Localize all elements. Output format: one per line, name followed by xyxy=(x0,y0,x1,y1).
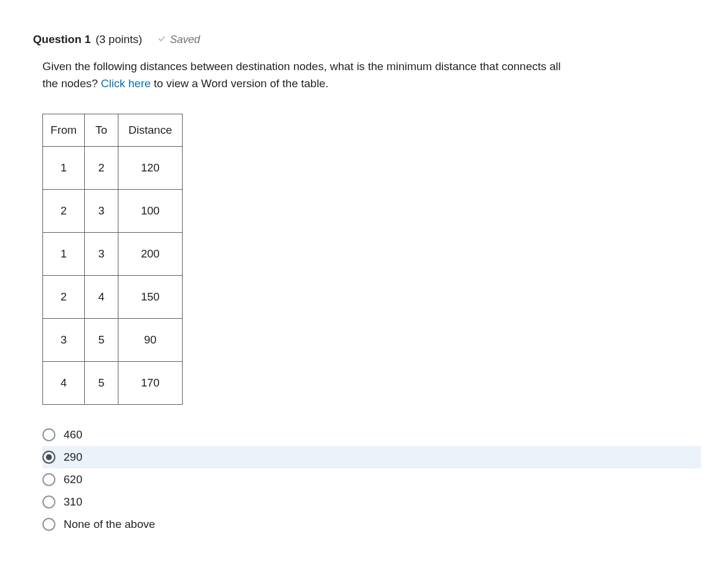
option-label: 310 xyxy=(64,495,82,508)
radio-button[interactable] xyxy=(42,495,55,508)
table-cell: 3 xyxy=(43,318,85,361)
view-word-link[interactable]: Click here xyxy=(101,77,150,90)
answer-option[interactable]: 460 xyxy=(42,424,689,446)
answer-option[interactable]: 310 xyxy=(42,491,689,513)
table-cell: 2 xyxy=(85,146,118,189)
table-cell: 90 xyxy=(118,318,183,361)
check-icon xyxy=(157,33,166,46)
table-cell: 5 xyxy=(85,361,118,404)
table-row: 45170 xyxy=(43,361,183,404)
table-cell: 3 xyxy=(85,189,118,232)
distance-table: From To Distance 12120231001320024150359… xyxy=(42,114,183,405)
table-row: 13200 xyxy=(43,232,183,275)
answer-option[interactable]: 620 xyxy=(42,468,689,491)
table-cell: 170 xyxy=(118,361,183,404)
table-row: 3590 xyxy=(43,318,183,361)
saved-indicator: Saved xyxy=(157,33,200,46)
table-cell: 1 xyxy=(43,146,85,189)
table-cell: 2 xyxy=(43,275,85,318)
table-cell: 1 xyxy=(43,232,85,275)
saved-label: Saved xyxy=(170,34,200,46)
question-points: (3 points) xyxy=(95,33,142,46)
option-label: 460 xyxy=(64,428,82,441)
answer-option[interactable]: None of the above xyxy=(42,513,689,536)
option-label: 620 xyxy=(64,473,82,486)
radio-button[interactable] xyxy=(42,518,55,531)
answer-option[interactable]: 290 xyxy=(42,446,701,468)
table-cell: 3 xyxy=(85,232,118,275)
table-cell: 4 xyxy=(43,361,85,404)
table-cell: 150 xyxy=(118,275,183,318)
table-cell: 100 xyxy=(118,189,183,232)
answer-options: 460290620310None of the above xyxy=(42,424,689,536)
col-header-from: From xyxy=(43,114,85,146)
table-header-row: From To Distance xyxy=(43,114,183,146)
radio-button[interactable] xyxy=(42,451,55,464)
question-title: Question 1 xyxy=(33,33,91,46)
table-body: 12120231001320024150359045170 xyxy=(43,146,183,404)
table-row: 24150 xyxy=(43,275,183,318)
option-label: 290 xyxy=(64,451,82,464)
question-prompt: Given the following distances between de… xyxy=(42,58,561,93)
table-cell: 5 xyxy=(85,318,118,361)
table-row: 12120 xyxy=(43,146,183,189)
radio-dot-icon xyxy=(46,454,52,460)
radio-button[interactable] xyxy=(42,428,55,441)
table-cell: 200 xyxy=(118,232,183,275)
table-cell: 2 xyxy=(43,189,85,232)
col-header-distance: Distance xyxy=(118,114,183,146)
table-row: 23100 xyxy=(43,189,183,232)
radio-button[interactable] xyxy=(42,473,55,486)
col-header-to: To xyxy=(85,114,118,146)
table-cell: 120 xyxy=(118,146,183,189)
option-label: None of the above xyxy=(64,518,155,531)
table-cell: 4 xyxy=(85,275,118,318)
prompt-text-after: to view a Word version of the table. xyxy=(151,77,329,90)
